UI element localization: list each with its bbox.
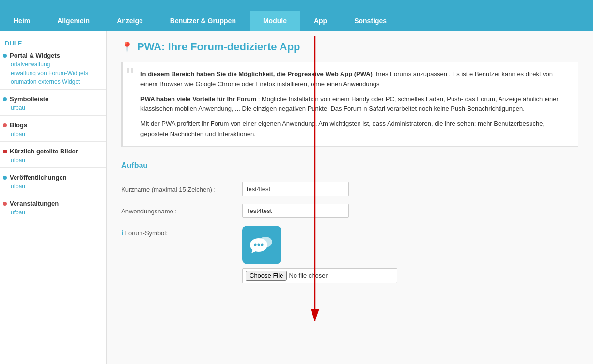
- info-icon: ℹ: [121, 229, 124, 237]
- desc-para-3: Mit der PWA profitiert Ihr Forum von ein…: [132, 119, 569, 139]
- nav-app[interactable]: App: [300, 11, 341, 31]
- forum-symbol-input-wrapper: [242, 226, 578, 283]
- kurzname-label: Kurzname (maximal 15 Zeichen) :: [121, 182, 242, 193]
- bullet-portal: [3, 54, 7, 58]
- kurzname-row: Kurzname (maximal 15 Zeichen) :: [121, 182, 578, 196]
- sidebar-link-veranstaltungen-aufbau[interactable]: ufbau: [0, 208, 106, 217]
- desc-para-2: PWA haben viele Vorteile für Ihr Forum :…: [132, 94, 569, 115]
- bullet-blogs: [3, 123, 7, 127]
- nav-module[interactable]: Module: [250, 11, 300, 31]
- aufbau-section-header: Aufbau: [121, 156, 578, 174]
- forum-symbol-row: ℹForum-Symbol:: [121, 226, 578, 283]
- nav-benutzer-gruppen[interactable]: Benutzer & Gruppen: [156, 11, 250, 31]
- anwendungsname-row: Anwendungsname :: [121, 204, 578, 218]
- divider-3: [0, 141, 106, 142]
- svg-point-4: [254, 243, 257, 246]
- nav-allgemein[interactable]: Allgemein: [44, 11, 103, 31]
- main-content: 📍 PWA: Ihre Forum-dedizierte App " In di…: [107, 31, 593, 364]
- top-nav: Heim Allgemein Anzeige Benutzer & Gruppe…: [0, 11, 593, 31]
- sidebar-link-veroeffentlichungen-aufbau[interactable]: ufbau: [0, 182, 106, 191]
- description-block: " In diesem Bereich haben Sie die Möglic…: [121, 62, 578, 147]
- forum-symbol-svg: [249, 232, 274, 258]
- bullet-bilder: [3, 150, 7, 153]
- divider-1: [0, 89, 106, 90]
- anwendungsname-input[interactable]: [242, 204, 349, 218]
- divider-2: [0, 115, 106, 116]
- sidebar-section-title: DULE: [0, 36, 106, 49]
- nav-anzeige[interactable]: Anzeige: [103, 11, 156, 31]
- svg-point-3: [259, 237, 272, 247]
- layout: DULE Portal & Widgets ortalverwaltung er…: [0, 31, 593, 364]
- topbar-partial: [0, 0, 593, 11]
- forum-symbol-preview: [242, 226, 281, 264]
- svg-point-6: [261, 243, 264, 246]
- sidebar-group-bilder: Kürzlich geteilte Bilder: [0, 145, 106, 156]
- nav-heim[interactable]: Heim: [0, 11, 44, 31]
- forum-symbol-label: ℹForum-Symbol:: [121, 226, 242, 237]
- bullet-veroeffentlichungen: [3, 176, 7, 180]
- desc-para-1: In diesem Bereich haben Sie die Möglichk…: [132, 69, 569, 90]
- divider-4: [0, 167, 106, 168]
- sidebar-link-forum-widgets[interactable]: erwaltung von Forum-Widgets: [0, 69, 106, 77]
- sidebar-group-veroeffentlichungen: Veröffentlichungen: [0, 171, 106, 182]
- kurzname-input-wrapper: [242, 182, 578, 196]
- sidebar-group-portal: Portal & Widgets: [0, 49, 106, 60]
- forum-symbol-file-input[interactable]: [242, 268, 397, 283]
- bullet-symbolleiste: [3, 97, 7, 101]
- bullet-veranstaltungen: [3, 202, 7, 206]
- sidebar-group-veranstaltungen: Veranstaltungen: [0, 197, 106, 208]
- sidebar: DULE Portal & Widgets ortalverwaltung er…: [0, 31, 107, 364]
- page-title: 📍 PWA: Ihre Forum-dedizierte App: [121, 41, 578, 53]
- sidebar-link-symbolleiste-aufbau[interactable]: ufbau: [0, 104, 106, 112]
- sidebar-group-blogs: Blogs: [0, 119, 106, 130]
- nav-sonstiges[interactable]: Sonstiges: [341, 11, 400, 31]
- svg-point-5: [258, 243, 260, 246]
- sidebar-group-symbolleiste: Symbolleiste: [0, 92, 106, 104]
- kurzname-input[interactable]: [242, 182, 349, 196]
- anwendungsname-input-wrapper: [242, 204, 578, 218]
- quote-mark: ": [126, 64, 134, 88]
- sidebar-link-bilder-aufbau[interactable]: ufbau: [0, 156, 106, 165]
- divider-5: [0, 194, 106, 194]
- file-input-wrapper: [242, 268, 578, 283]
- anwendungsname-label: Anwendungsname :: [121, 204, 242, 215]
- sidebar-link-externes-widget[interactable]: orumation externes Widget: [0, 77, 106, 86]
- sidebar-link-portalverwaltung[interactable]: ortalverwaltung: [0, 60, 106, 69]
- pin-icon: 📍: [121, 41, 133, 53]
- sidebar-link-blogs-aufbau[interactable]: ufbau: [0, 130, 106, 138]
